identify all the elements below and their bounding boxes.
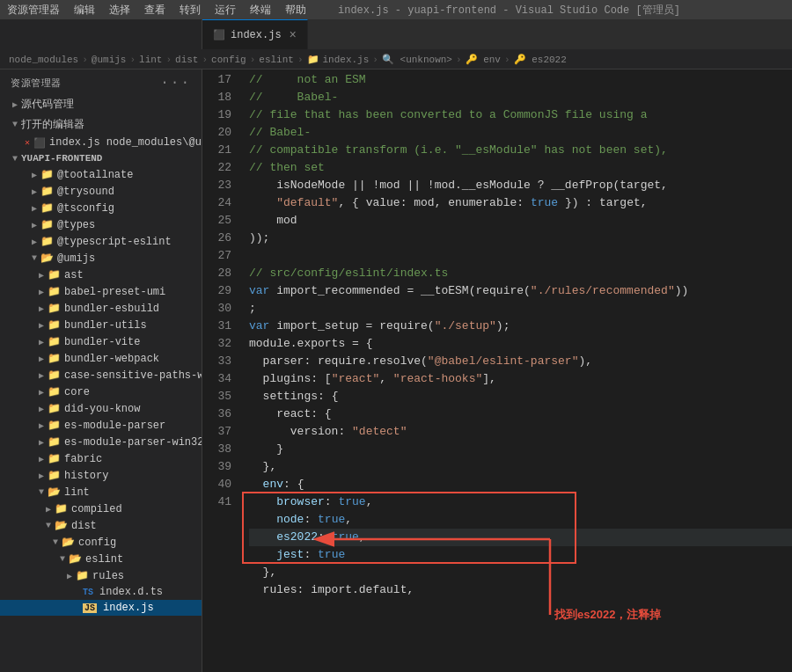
sidebar-item-bundler-esbuild[interactable]: ▶ 📁 bundler-esbuild (0, 300, 202, 317)
chevron-right-icon: ▶ (39, 320, 44, 331)
item-label: case-sensitive-paths-webp... (64, 369, 202, 382)
item-label: rules (92, 570, 124, 582)
chevron-right-icon: ▶ (67, 571, 72, 581)
item-label: fabric (64, 453, 102, 465)
folder-icon: 📁 (40, 168, 54, 181)
chevron-down-icon: ▼ (39, 487, 44, 497)
menu-item-explorer[interactable]: 资源管理器 (7, 3, 60, 18)
menu-item-help[interactable]: 帮助 (285, 3, 306, 18)
code-line-32: version: "detect" (249, 423, 792, 441)
close-file-icon[interactable]: ✕ (25, 137, 30, 148)
chevron-down-icon-2: ▼ (12, 154, 18, 164)
folder-icon: 📁 (48, 268, 61, 281)
item-label: core (64, 386, 90, 398)
code-line-30: settings: { (249, 388, 792, 405)
sidebar-more-button[interactable]: ··· (160, 75, 191, 91)
item-label: config (78, 537, 116, 549)
editor-area[interactable]: 17 18 19 20 21 22 23 24 25 26 27 28 29 3… (202, 69, 792, 672)
sidebar-item-config[interactable]: ▼ 📂 config (0, 534, 202, 551)
annotation-text: 找到es2022，注释掉 (554, 606, 661, 624)
code-line-22: )); (249, 230, 792, 247)
code-line-25b: ; (249, 300, 792, 318)
sidebar-item-types[interactable]: ▶ 📁 @types (0, 216, 202, 233)
folder-icon: 📁 (48, 419, 61, 432)
sidebar-open-editors[interactable]: ▼ 打开的编辑器 (0, 114, 202, 135)
tab-index-js[interactable]: ⬛ index.js × (202, 19, 308, 49)
folder-open-icon: 📂 (40, 252, 54, 265)
item-label: @tsconfig (57, 202, 114, 215)
sidebar-item-trysound[interactable]: ▶ 📁 @trysound (0, 183, 202, 200)
open-file-item[interactable]: ✕ ⬛ index.js node_modules\@umijs... (0, 135, 202, 150)
sidebar-item-bundler-utils[interactable]: ▶ 📁 bundler-utils (0, 317, 202, 333)
sidebar-item-tootallnate[interactable]: ▶ 📁 @tootallnate (0, 166, 202, 183)
chevron-right-icon: ▶ (39, 420, 44, 431)
code-line-34: }, (249, 458, 792, 476)
chevron-right-icon: ▶ (32, 237, 37, 247)
sidebar-item-dist[interactable]: ▼ 📂 dist (0, 517, 202, 534)
item-label: compiled (71, 503, 122, 515)
sidebar-item-bundler-vite[interactable]: ▶ 📁 bundler-vite (0, 333, 202, 350)
menu-item-edit[interactable]: 编辑 (74, 3, 95, 18)
sidebar-item-did-you-know[interactable]: ▶ 📁 did-you-know (0, 400, 202, 417)
code-line-33: } (249, 441, 792, 458)
sidebar-source-control[interactable]: ▶ 源代码管理 (0, 94, 202, 114)
menu-item-goto[interactable]: 转到 (180, 3, 201, 18)
chevron-down-icon: ▼ (53, 537, 58, 547)
sidebar-item-bundler-webpack[interactable]: ▶ 📁 bundler-webpack (0, 350, 202, 367)
breadcrumb-unknown: 🔍 <unknown> (382, 54, 452, 65)
folder-icon: 📁 (48, 469, 61, 482)
item-label: @typescript-eslint (57, 236, 172, 248)
item-label: ast (64, 269, 84, 281)
item-label: eslint (85, 553, 123, 566)
sidebar-item-babel-preset-umi[interactable]: ▶ 📁 babel-preset-umi (0, 283, 202, 300)
line-numbers: 17 18 19 20 21 22 23 24 25 26 27 28 29 3… (202, 69, 242, 672)
menu-item-terminal[interactable]: 终端 (250, 3, 271, 18)
menu-item-view[interactable]: 查看 (144, 3, 165, 18)
sidebar-item-tsconfig[interactable]: ▶ 📁 @tsconfig (0, 200, 202, 216)
code-line-21: mod (249, 212, 792, 230)
sidebar-item-history[interactable]: ▶ 📁 history (0, 467, 202, 484)
breadcrumb-folder-icon: 📁 (307, 54, 319, 65)
item-label: es-module-parser-win32-x... (64, 436, 202, 449)
chevron-right-icon: ▶ (39, 387, 44, 398)
sidebar-item-index-dts[interactable]: TS index.d.ts (0, 584, 202, 600)
sidebar-item-fabric[interactable]: ▶ 📁 fabric (0, 450, 202, 467)
sidebar-item-eslint[interactable]: ▼ 📂 eslint (0, 551, 202, 567)
sidebar-item-rules[interactable]: ▶ 📁 rules (0, 567, 202, 584)
window-title: index.js - yuapi-frontend - Visual Studi… (338, 3, 680, 18)
folder-icon: 📁 (40, 201, 54, 215)
sidebar-item-es-module-parser[interactable]: ▶ 📁 es-module-parser (0, 417, 202, 434)
menu-item-select[interactable]: 选择 (109, 3, 130, 18)
sidebar-title-text: 资源管理器 (11, 77, 62, 90)
folder-icon: 📁 (48, 335, 61, 348)
chevron-right-icon: ▶ (39, 337, 44, 347)
js-file-icon: ⬛ (213, 29, 225, 40)
tab-close-button[interactable]: × (290, 28, 297, 42)
sidebar-item-case-sensitive[interactable]: ▶ 📁 case-sensitive-paths-webp... (0, 367, 202, 383)
menu-item-run[interactable]: 运行 (215, 3, 236, 18)
sidebar-item-compiled[interactable]: ▶ 📁 compiled (0, 500, 202, 517)
sidebar-item-typescript-eslint[interactable]: ▶ 📁 @typescript-eslint (0, 233, 202, 250)
sidebar-item-ast[interactable]: ▶ 📁 ast (0, 267, 202, 283)
sidebar-item-umijs[interactable]: ▼ 📂 @umijs (0, 250, 202, 267)
item-label: lint (64, 486, 90, 499)
item-label: index.js (103, 602, 154, 614)
js-open-icon: ⬛ (33, 137, 46, 149)
code-line-20b: "default", { value: mod, enumerable: tru… (249, 194, 792, 212)
breadcrumb-env: 🔑 env (466, 54, 501, 65)
sidebar-item-core[interactable]: ▶ 📁 core (0, 383, 202, 400)
folder-icon: 📁 (48, 452, 61, 465)
tab-bar: ⬛ index.js × (0, 19, 792, 50)
chevron-right-icon: ▶ (32, 220, 37, 230)
sidebar-item-index-js[interactable]: JS index.js (0, 600, 202, 616)
folder-icon: 📁 (48, 369, 61, 382)
chevron-right-icon: ▶ (39, 471, 44, 481)
code-line-24: // src/config/eslint/index.ts (249, 265, 792, 282)
sidebar-item-lint[interactable]: ▼ 📂 lint (0, 484, 202, 500)
sidebar-project[interactable]: ▼ YUAPI-FRONTEND (0, 150, 202, 166)
breadcrumb-node-modules: node_modules (9, 55, 78, 65)
code-line-29: plugins: ["react", "react-hooks"], (249, 370, 792, 388)
code-line-36: browser: true, (249, 493, 792, 511)
sidebar-item-es-module-parser-win[interactable]: ▶ 📁 es-module-parser-win32-x... (0, 434, 202, 450)
main-layout: 资源管理器 ··· ▶ 源代码管理 ▼ 打开的编辑器 ✕ ⬛ index.js … (0, 69, 792, 672)
